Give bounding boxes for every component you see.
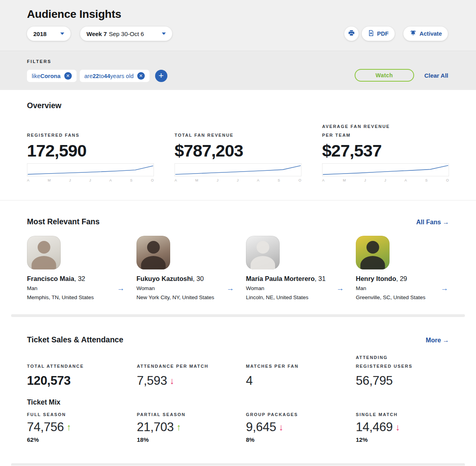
more-link[interactable]: More → <box>426 337 449 344</box>
stat-label: TOTAL FAN REVENUE <box>175 122 301 139</box>
fan-avatar[interactable] <box>246 236 280 269</box>
stat-value: $27,537 <box>322 141 449 160</box>
trend-sparkline <box>27 163 154 176</box>
stat-matches-per-fan: MATCHES PER FAN 4 <box>246 355 356 388</box>
mix-group-packages: GROUP PACKAGES 9,645↓ 8% <box>246 412 356 443</box>
fan-card: Fukuyo Kazutoshi, 30 Woman New York City… <box>136 236 246 300</box>
year-dropdown-value: 2018 <box>33 31 46 37</box>
watch-button[interactable]: Watch <box>355 69 414 82</box>
tickets-heading: Ticket Sales & Attendance <box>27 335 123 344</box>
stat-total-attendance: TOTAL ATTENDANCE 120,573 <box>27 355 137 388</box>
trend-down-icon: ↓ <box>395 423 400 432</box>
trend-down-icon: ↓ <box>170 376 174 386</box>
stat-attending-registered-users: ATTENDINGREGISTERED USERS 56,795 <box>356 355 449 388</box>
chip-text: to <box>99 73 104 79</box>
audience-insights-page: Audience Insights 2018 Week 7 Sep 30-Oct… <box>0 0 476 466</box>
overview-section: Overview REGISTERED FANS 172,590 AMJJASO… <box>0 90 476 201</box>
filters-actions: Watch Clear All <box>355 69 448 82</box>
sparkline-month-labels: AMJJASO <box>175 178 301 182</box>
header: Audience Insights 2018 Week 7 Sep 30-Oct… <box>0 0 476 51</box>
fans-section-head: Most Relevant Fans All Fans → <box>27 217 449 226</box>
stat-value: 4 <box>246 374 356 388</box>
fan-avatar[interactable] <box>356 236 390 269</box>
ticket-mix-row: FULL SEASON 74,756↑ 62% PARTIAL SEASON 2… <box>27 412 449 443</box>
remove-filter-icon[interactable]: ✕ <box>137 72 145 80</box>
remove-filter-icon[interactable]: ✕ <box>64 72 72 80</box>
ticket-mix-heading: Ticket Mix <box>27 398 449 407</box>
filter-chips: like Corona ✕ are 22 to 44 years old ✕ + <box>27 70 167 82</box>
fan-name: Fukuyo Kazutoshi, 30 <box>136 275 246 283</box>
fan-name: Francisco Maia, 32 <box>27 275 136 283</box>
chip-text: are <box>84 73 93 79</box>
fan-location: Memphis, TN, United States <box>27 294 136 300</box>
fan-detail-arrow-icon[interactable]: → <box>226 284 234 293</box>
mix-partial-season: PARTIAL SEASON 21,703↑ 18% <box>137 412 246 443</box>
fan-avatar[interactable] <box>136 236 170 269</box>
trend-down-icon: ↓ <box>279 423 283 432</box>
fan-detail-arrow-icon[interactable]: → <box>336 284 344 293</box>
clear-all-link[interactable]: Clear All <box>424 72 448 79</box>
print-button[interactable] <box>344 27 359 41</box>
add-filter-button[interactable]: + <box>155 70 167 82</box>
chip-text-bold: 44 <box>104 73 110 79</box>
fan-card: Henry Itondo, 29 Man Greenville, SC, Uni… <box>356 236 449 300</box>
trend-sparkline <box>175 163 301 176</box>
header-actions: PDF Activate <box>344 27 448 41</box>
ticket-sales-section: Ticket Sales & Attendance More → TOTAL A… <box>0 317 476 466</box>
pdf-button-label: PDF <box>377 31 389 37</box>
stat-value: 7,593↓ <box>137 374 246 388</box>
all-fans-link[interactable]: All Fans → <box>416 219 449 226</box>
stat-value: 172,590 <box>27 141 154 160</box>
fan-card: Francisco Maia, 32 Man Memphis, TN, Unit… <box>27 236 136 300</box>
printer-icon <box>348 29 355 38</box>
sparkline-month-labels: AMJJASO <box>27 178 154 182</box>
fan-gender: Man <box>356 285 449 291</box>
mix-percent: 8% <box>246 436 356 443</box>
chip-text-bold: 22 <box>92 73 99 79</box>
fan-location: New York City, NY, United States <box>136 294 246 300</box>
stat-value: $787,203 <box>175 141 301 160</box>
filters-label: FILTERS <box>27 59 52 64</box>
overview-stats: REGISTERED FANS 172,590 AMJJASO TOTAL FA… <box>27 122 449 182</box>
stat-label: AVERAGE FAN REVENUE PER TEAM <box>322 122 449 139</box>
fan-location: Lincoln, NE, United States <box>246 294 356 300</box>
fan-detail-arrow-icon[interactable]: → <box>441 284 448 293</box>
plus-icon: + <box>159 71 164 80</box>
stat-avg-fan-revenue-per-team: AVERAGE FAN REVENUE PER TEAM $27,537 AMJ… <box>322 122 449 182</box>
pdf-button[interactable]: PDF <box>362 27 395 41</box>
fans-heading: Most Relevant Fans <box>27 217 100 226</box>
mix-value: 9,645↓ <box>246 420 356 434</box>
fan-avatar[interactable] <box>27 236 61 269</box>
mix-value: 21,703↑ <box>137 420 246 434</box>
fan-card: María Paula Morterero, 31 Woman Lincoln,… <box>246 236 356 300</box>
mix-percent: 18% <box>137 436 246 443</box>
activate-button[interactable]: Activate <box>403 27 448 41</box>
fan-detail-arrow-icon[interactable]: → <box>117 284 125 293</box>
activate-button-label: Activate <box>420 31 442 37</box>
mix-full-season: FULL SEASON 74,756↑ 62% <box>27 412 137 443</box>
header-controls: 2018 Week 7 Sep 30-Oct 6 <box>27 27 172 41</box>
mix-value: 74,756↑ <box>27 420 137 434</box>
overview-heading: Overview <box>27 101 449 110</box>
mix-percent: 62% <box>27 436 137 443</box>
chevron-down-icon <box>162 32 166 35</box>
filter-chip-like-corona[interactable]: like Corona ✕ <box>27 70 77 82</box>
fan-name: María Paula Morterero, 31 <box>246 275 356 283</box>
stat-label: REGISTERED FANS <box>27 122 154 139</box>
chevron-down-icon <box>60 32 64 35</box>
filter-chip-age-range[interactable]: are 22 to 44 years old ✕ <box>80 70 150 82</box>
mix-single-match: SINGLE MATCH 14,469↓ 12% <box>356 412 449 443</box>
stat-registered-fans: REGISTERED FANS 172,590 AMJJASO <box>27 122 154 182</box>
stat-value: 56,795 <box>356 374 449 388</box>
fan-name: Henry Itondo, 29 <box>356 275 449 283</box>
chip-text: like <box>32 73 40 79</box>
most-relevant-fans-section: Most Relevant Fans All Fans → Francisco … <box>0 201 476 317</box>
tickets-section-head: Ticket Sales & Attendance More → <box>27 335 449 344</box>
week-dropdown[interactable]: Week 7 Sep 30-Oct 6 <box>80 27 172 41</box>
mix-percent: 12% <box>356 436 449 443</box>
trend-up-icon: ↑ <box>67 423 71 432</box>
stat-value: 120,573 <box>27 374 137 388</box>
week-dropdown-week: Week 7 <box>86 31 107 37</box>
chip-text: years old <box>110 73 134 79</box>
year-dropdown[interactable]: 2018 <box>27 27 71 41</box>
